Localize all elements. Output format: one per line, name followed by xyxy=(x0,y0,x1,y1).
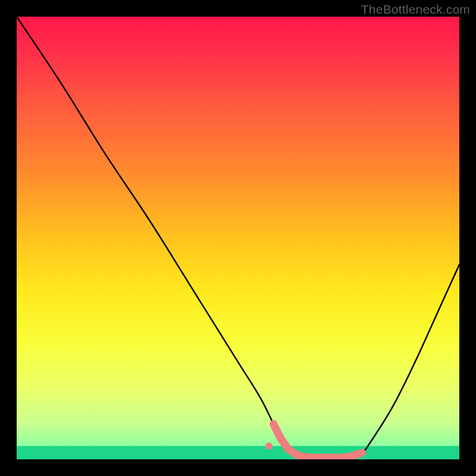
marker-dot xyxy=(265,443,273,450)
green-strip xyxy=(17,446,459,459)
plot-area xyxy=(17,17,459,459)
chart-svg xyxy=(17,17,459,459)
watermark-text: TheBottleneck.com xyxy=(361,2,470,17)
chart-frame: TheBottleneck.com xyxy=(0,0,476,476)
gradient-bg xyxy=(17,17,459,459)
